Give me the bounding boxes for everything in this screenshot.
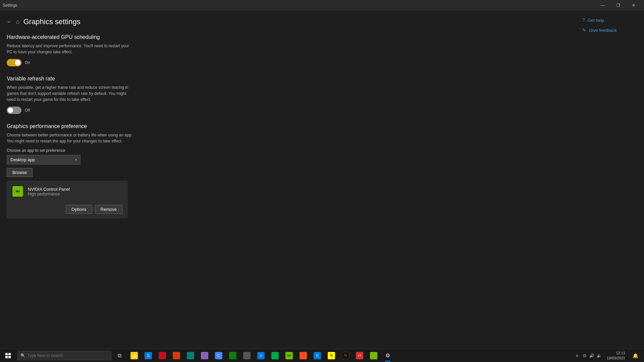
dropdown-value: Desktop app: [10, 157, 35, 162]
taskbar-app-orange[interactable]: [170, 349, 183, 362]
taskbar-app-settings[interactable]: ⚙: [381, 349, 394, 362]
page-header: ← ⌂ Graphics settings: [7, 17, 564, 26]
give-feedback-label: Give feedback: [589, 28, 617, 33]
taskbar-app-steam[interactable]: S: [142, 349, 155, 362]
purple-app-icon: [201, 352, 208, 359]
variable-refresh-title: Variable refresh rate: [7, 76, 564, 82]
active-indicator: [385, 361, 390, 362]
teal-app-icon: [187, 352, 194, 359]
notification-button[interactable]: 🔔: [629, 349, 641, 362]
taskbar-app-file-explorer[interactable]: 📁: [127, 349, 141, 362]
nvidia-icon: NV: [12, 186, 23, 197]
clock-time: 12:11: [607, 351, 625, 355]
misc1-app-icon: [271, 352, 279, 359]
back-button[interactable]: ←: [7, 19, 12, 25]
taskbar-right: ∧ ⊟ 🔊 🔉 12:11 19/03/2021 🔔: [574, 349, 644, 362]
taskbar-app-misc5[interactable]: N: [325, 349, 338, 362]
misc7-app-icon: YT: [356, 352, 363, 359]
sound-icon[interactable]: 🔊: [589, 352, 595, 359]
taskbar-app-misc3[interactable]: [297, 349, 310, 362]
browse-button[interactable]: Browse: [7, 168, 33, 177]
hw-gpu-toggle[interactable]: [7, 59, 21, 66]
start-button[interactable]: [0, 349, 16, 362]
start-icon: [5, 353, 11, 358]
variable-refresh-toggle-thumb: [8, 108, 13, 113]
taskbar: 🔍 ⧉ 📁 S C: [0, 349, 644, 362]
taskbar-app-misc4[interactable]: E: [311, 349, 324, 362]
content-area: ← ⌂ Graphics settings Hardware-accelerat…: [0, 11, 577, 349]
app-info: NVIDIA Control Panel High performance: [28, 187, 122, 196]
taskbar-app-gray[interactable]: [240, 349, 254, 362]
main-area: ← ⌂ Graphics settings Hardware-accelerat…: [0, 11, 644, 349]
taskbar-app-misc6[interactable]: N: [339, 349, 352, 362]
taskbar-app-misc2[interactable]: NV: [282, 349, 296, 362]
graphics-perf-desc: Choose between better performance or bat…: [7, 132, 134, 144]
taskbar-app-red[interactable]: [156, 349, 169, 362]
page-title: Graphics settings: [23, 17, 80, 26]
chevron-up-icon[interactable]: ∧: [574, 352, 581, 359]
file-explorer-icon: 📁: [130, 352, 138, 359]
taskbar-search-box[interactable]: 🔍: [17, 351, 111, 360]
title-bar-title: Settings: [3, 3, 17, 8]
minimize-button[interactable]: —: [595, 0, 610, 11]
network-icon[interactable]: ⊟: [581, 352, 588, 359]
speaker-icon[interactable]: 🔉: [596, 352, 603, 359]
misc4-app-icon: E: [314, 352, 321, 359]
variable-refresh-toggle-track[interactable]: [7, 107, 21, 114]
give-feedback-link[interactable]: ✎ Give feedback: [582, 27, 639, 33]
taskbar-app-green[interactable]: [226, 349, 239, 362]
search-icon: 🔍: [20, 353, 25, 358]
chrome-icon: C: [215, 352, 222, 359]
task-view-icon: ⧉: [118, 353, 121, 359]
taskbar-app-misc8[interactable]: [367, 349, 380, 362]
section-hw-gpu: Hardware-accelerated GPU scheduling Redu…: [7, 34, 564, 66]
nvidia-app-card: NV NVIDIA Control Panel High performance…: [7, 181, 127, 218]
taskbar-app-blue2[interactable]: V: [254, 349, 268, 362]
graphics-perf-title: Graphics performance preference: [7, 123, 564, 129]
options-button[interactable]: Options: [66, 205, 92, 214]
misc8-app-icon: [370, 352, 377, 359]
misc2-app-icon: NV: [285, 352, 293, 359]
app-icon: NV: [12, 185, 24, 197]
notification-icon: 🔔: [633, 353, 638, 358]
app-performance: High performance: [28, 192, 122, 196]
app-card-actions: Options Remove: [12, 201, 122, 214]
gray-app-icon: [243, 352, 251, 359]
section-graphics-perf: Graphics performance preference Choose b…: [7, 123, 564, 218]
restore-button[interactable]: ❐: [610, 0, 626, 11]
taskbar-app-chrome[interactable]: C: [212, 349, 225, 362]
search-input[interactable]: [28, 353, 108, 358]
taskbar-app-misc1[interactable]: [268, 349, 282, 362]
taskbar-app-misc7[interactable]: YT: [353, 349, 366, 362]
blue2-app-icon: V: [257, 352, 265, 359]
right-sidebar: ? Get help ✎ Give feedback: [577, 11, 644, 349]
taskbar-task-view[interactable]: ⧉: [113, 349, 126, 362]
section-variable-refresh: Variable refresh rate When possible, get…: [7, 76, 564, 114]
chevron-down-icon: ▾: [75, 158, 77, 162]
home-icon[interactable]: ⌂: [16, 19, 19, 25]
variable-refresh-toggle[interactable]: [7, 107, 21, 114]
title-bar-left: Settings: [3, 3, 17, 8]
get-help-link[interactable]: ? Get help: [582, 17, 639, 23]
hw-gpu-desc: Reduce latency and improve performance. …: [7, 43, 134, 55]
variable-refresh-desc: When possible, get a higher frame rate a…: [7, 84, 134, 103]
taskbar-app-purple[interactable]: [198, 349, 211, 362]
hw-gpu-toggle-thumb: [15, 60, 20, 65]
title-bar: Settings — ❐ ✕: [0, 0, 644, 11]
close-button[interactable]: ✕: [626, 0, 641, 11]
variable-refresh-toggle-label: Off: [25, 108, 30, 113]
orange-app-icon: [173, 352, 180, 359]
title-bar-controls: — ❐ ✕: [595, 0, 641, 11]
hw-gpu-toggle-track[interactable]: [7, 59, 21, 66]
app-type-dropdown[interactable]: Desktop app ▾: [7, 155, 80, 165]
misc6-app-icon: N: [342, 352, 349, 359]
settings-icon: ⚙: [384, 352, 391, 359]
get-help-icon: ?: [582, 17, 585, 23]
system-tray: ∧ ⊟ 🔊 🔉: [574, 352, 603, 359]
remove-button[interactable]: Remove: [95, 205, 122, 214]
app-name: NVIDIA Control Panel: [28, 187, 122, 192]
taskbar-app-teal[interactable]: [184, 349, 197, 362]
taskbar-clock[interactable]: 12:11 19/03/2021: [604, 351, 628, 360]
misc3-app-icon: [300, 352, 307, 359]
steam-icon: S: [145, 352, 152, 359]
